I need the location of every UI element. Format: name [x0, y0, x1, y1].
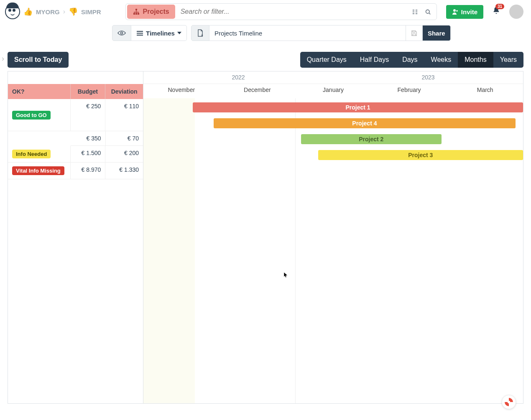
view-type-selector[interactable]: Timelines	[131, 25, 187, 41]
chevron-right-icon: ›	[63, 8, 65, 15]
month-label: March	[447, 84, 523, 98]
zoom-months[interactable]: Months	[458, 52, 493, 68]
budget-cell[interactable]: € 8.970	[71, 163, 106, 179]
cursor-icon	[283, 272, 289, 280]
gantt-area[interactable]: 20222023 NovemberDecemberJanuaryFebruary…	[143, 71, 523, 403]
search-bar: Projects	[125, 3, 437, 20]
timeline-title-input[interactable]: Projects Timeline	[209, 25, 406, 41]
breadcrumb-project[interactable]: SIMPR	[81, 8, 101, 15]
svg-point-4	[426, 10, 429, 13]
visibility-button[interactable]	[112, 25, 131, 41]
svg-point-5	[453, 9, 456, 12]
month-label: December	[220, 84, 296, 98]
gantt-bar-project-1[interactable]: Project 1	[193, 102, 523, 112]
zoom-half-days[interactable]: Half Days	[353, 52, 396, 68]
sitemap-icon	[133, 8, 140, 15]
breadcrumb-org[interactable]: MYORG	[36, 8, 60, 15]
month-label: November	[143, 84, 220, 98]
projects-scope-button[interactable]: Projects	[127, 5, 175, 19]
deviation-cell[interactable]: € 110	[105, 99, 143, 131]
status-badge: Vital Info Missing	[12, 166, 64, 175]
month-label: February	[371, 84, 447, 98]
view-type-label: Timelines	[146, 30, 175, 37]
thumbs-down-icon: 👎	[69, 7, 78, 16]
share-button[interactable]: Share	[423, 25, 451, 41]
avatar[interactable]	[509, 5, 523, 19]
invite-button[interactable]: Invite	[446, 5, 483, 19]
budget-cell[interactable]: € 250	[71, 99, 106, 131]
deviation-cell[interactable]: € 1.330	[105, 163, 143, 179]
thumbs-up-icon: 👍	[23, 7, 33, 16]
deviation-cell[interactable]: € 200	[105, 146, 143, 163]
data-grid: OK? Budget Deviation Good to GO€ 250€ 11…	[8, 71, 143, 403]
budget-cell[interactable]: € 1.500	[71, 146, 106, 163]
notification-count: 31	[495, 4, 504, 9]
svg-rect-1	[133, 13, 135, 15]
column-settings-icon[interactable]	[411, 8, 419, 15]
gantt-bar-project-2[interactable]: Project 2	[301, 134, 442, 144]
app-logo[interactable]	[5, 4, 20, 19]
save-icon	[411, 30, 417, 37]
expand-sidebar-toggle[interactable]: ›	[2, 54, 4, 63]
deviation-cell[interactable]: € 70	[106, 131, 143, 146]
zoom-years[interactable]: Years	[493, 52, 523, 68]
month-label: January	[295, 84, 371, 98]
gantt-bar-project-3[interactable]: Project 3	[318, 150, 523, 160]
save-button[interactable]	[406, 25, 423, 41]
table-row[interactable]: Vital Info Missing€ 8.970€ 1.330	[8, 163, 143, 179]
help-button[interactable]	[502, 395, 516, 409]
zoom-level-group: Quarter DaysHalf DaysDaysWeeksMonthsYear…	[300, 52, 523, 68]
column-header-deviation[interactable]: Deviation	[105, 84, 143, 99]
year-label: 2023	[333, 71, 523, 84]
timelines-icon	[136, 31, 143, 36]
notifications-button[interactable]: 31	[492, 6, 501, 17]
svg-rect-0	[135, 9, 137, 10]
svg-rect-3	[138, 13, 139, 15]
status-badge: Info Needed	[12, 150, 51, 158]
year-label: 2022	[143, 71, 333, 84]
svg-point-6	[121, 32, 123, 34]
budget-cell[interactable]: € 350	[71, 131, 106, 146]
page-settings-button[interactable]	[191, 25, 209, 41]
chevron-down-icon	[177, 32, 181, 34]
svg-rect-2	[135, 13, 137, 15]
scroll-to-today-button[interactable]: Scroll to Today	[8, 52, 69, 68]
table-row[interactable]: Info Needed€ 1.500€ 200	[8, 146, 143, 163]
gantt-bar-project-4[interactable]: Project 4	[214, 118, 516, 128]
user-plus-icon	[452, 9, 459, 15]
zoom-days[interactable]: Days	[396, 52, 424, 68]
table-row[interactable]: € 350€ 70	[71, 131, 143, 146]
table-row[interactable]: Good to GO€ 250€ 110	[8, 99, 143, 131]
zoom-weeks[interactable]: Weeks	[424, 52, 458, 68]
column-header-budget[interactable]: Budget	[71, 84, 106, 99]
search-input[interactable]	[176, 8, 406, 15]
column-header-ok[interactable]: OK?	[8, 84, 71, 99]
status-badge: Good to GO	[12, 111, 51, 120]
eye-icon	[117, 30, 126, 36]
page-icon	[197, 29, 204, 37]
projects-scope-label: Projects	[143, 8, 169, 15]
invite-label: Invite	[461, 8, 477, 15]
zoom-quarter-days[interactable]: Quarter Days	[300, 52, 353, 68]
search-icon[interactable]	[424, 8, 431, 15]
